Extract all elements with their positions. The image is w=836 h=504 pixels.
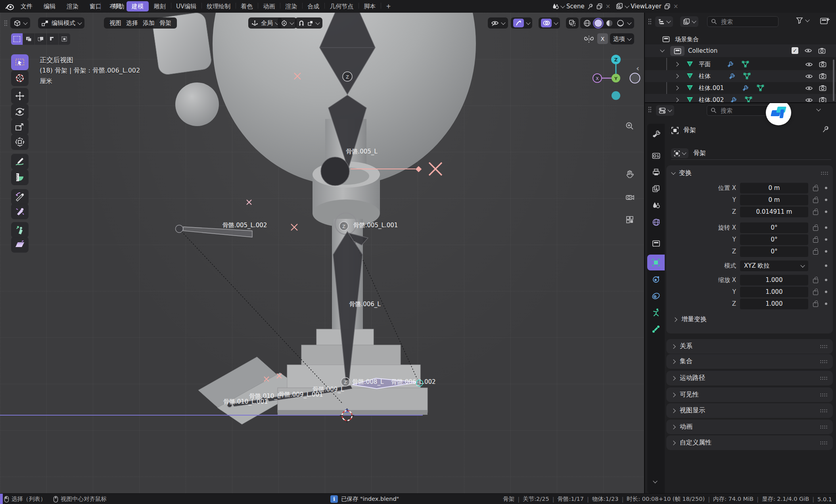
xray-toggle[interactable] xyxy=(566,17,579,29)
object-row-cylinder[interactable]: 柱体 xyxy=(645,70,836,82)
tab-view-layer[interactable] xyxy=(647,181,665,197)
lock-icon[interactable] xyxy=(813,211,818,215)
menu-file[interactable]: 文件 xyxy=(16,2,37,11)
pin-icon[interactable] xyxy=(587,3,594,10)
mode-dropdown[interactable]: 编辑模式 xyxy=(38,17,84,29)
tab-object-props[interactable] xyxy=(647,255,665,270)
tab-modeling[interactable]: 建模 xyxy=(127,1,149,11)
menu-select[interactable]: 选择 xyxy=(124,19,140,27)
gizmo-x-neg-axis[interactable] xyxy=(630,73,640,83)
cursor-tool[interactable] xyxy=(11,70,29,86)
tab-sculpting[interactable]: 雕刻 xyxy=(149,1,171,11)
tab-scripting[interactable]: 脚本 xyxy=(359,1,381,11)
animate-dot[interactable] xyxy=(825,199,827,201)
scene-selector[interactable]: Scene xyxy=(552,3,585,10)
tab-uv-editing[interactable]: UV编辑 xyxy=(171,1,201,11)
camera-render-icon[interactable] xyxy=(818,48,826,54)
lock-icon[interactable] xyxy=(813,303,818,307)
panel-grip[interactable] xyxy=(820,345,827,348)
animate-dot[interactable] xyxy=(825,226,827,229)
lock-icon[interactable] xyxy=(813,238,818,243)
select-set-button[interactable] xyxy=(11,33,23,45)
bone-ball-joint[interactable] xyxy=(321,157,349,186)
extrude-tool[interactable] xyxy=(11,222,29,238)
tab-geometry-nodes[interactable]: 几何节点 xyxy=(324,1,359,11)
animate-dot[interactable] xyxy=(825,211,827,213)
rendered-shading-icon[interactable] xyxy=(617,19,624,27)
panel-collections[interactable]: 集合 xyxy=(666,354,833,369)
panel-animation[interactable]: 动画 xyxy=(666,420,833,434)
tab-physics[interactable] xyxy=(647,288,665,304)
camera-render-icon[interactable] xyxy=(819,85,826,91)
pivot-point-dropdown[interactable] xyxy=(278,17,297,29)
scale-y-field[interactable]: 1.000 xyxy=(740,287,808,297)
lock-icon[interactable] xyxy=(813,279,818,283)
outliner-search[interactable] xyxy=(707,16,778,27)
scale-tool[interactable] xyxy=(11,119,29,135)
menu-render[interactable]: 渲染 xyxy=(62,2,83,11)
material-preview-shading-icon[interactable] xyxy=(606,19,613,27)
perspective-toggle-button[interactable] xyxy=(623,213,637,227)
collapse-chevron-icon[interactable] xyxy=(660,48,664,52)
rotation-mode-dropdown[interactable]: XYZ 欧拉 xyxy=(740,261,808,271)
tab-rendering[interactable]: 渲染 xyxy=(280,1,302,11)
panel-motion-paths[interactable]: 运动路径 xyxy=(666,371,833,385)
solid-shading-icon[interactable] xyxy=(594,19,602,27)
shear-tool[interactable] xyxy=(11,237,29,253)
expand-chevron-icon[interactable] xyxy=(674,62,679,66)
tab-render[interactable] xyxy=(647,148,665,163)
outliner-grip[interactable] xyxy=(648,18,652,25)
pin-icon[interactable] xyxy=(822,125,830,133)
camera-render-icon[interactable] xyxy=(819,61,826,67)
zoom-button[interactable] xyxy=(623,119,637,133)
expand-chevron-icon[interactable] xyxy=(674,98,679,102)
tab-scene[interactable] xyxy=(647,197,665,213)
magnet-icon[interactable] xyxy=(298,20,305,27)
show-gizmos-toggle[interactable] xyxy=(513,19,524,27)
animate-dot[interactable] xyxy=(825,238,827,241)
location-z-field[interactable]: 0.014911 m xyxy=(740,207,808,217)
bone-roll-tool[interactable] xyxy=(11,189,29,205)
select-invert-button[interactable] xyxy=(47,33,58,45)
panel-grip[interactable] xyxy=(821,171,828,175)
object-selector-dropdown[interactable] xyxy=(671,148,688,158)
bone-tail-ball[interactable] xyxy=(176,225,183,233)
chevron-down-icon[interactable] xyxy=(554,20,558,25)
sidebar-collapse-arrow[interactable]: ‹ xyxy=(636,63,639,73)
animate-dot[interactable] xyxy=(825,279,827,281)
rotation-y-field[interactable]: 0° xyxy=(740,234,808,245)
tab-layout[interactable]: 布局 xyxy=(104,1,127,11)
lock-icon[interactable] xyxy=(813,187,818,191)
tab-tool[interactable] xyxy=(647,126,665,142)
lock-icon[interactable] xyxy=(813,199,818,203)
unlink-scene-button[interactable]: × xyxy=(606,3,611,10)
remove-viewlayer-button[interactable]: × xyxy=(673,3,679,10)
panel-custom-properties[interactable]: 自定义属性 xyxy=(666,435,833,450)
panel-grip[interactable] xyxy=(820,409,827,412)
show-overlays-toggle[interactable] xyxy=(541,19,552,27)
panel-visibility[interactable]: 可见性 xyxy=(666,387,833,402)
camera-view-button[interactable] xyxy=(623,190,637,204)
outliner-display-mode-dropdown[interactable] xyxy=(655,16,673,27)
animate-dot[interactable] xyxy=(825,303,827,305)
lock-icon[interactable] xyxy=(813,226,818,231)
app-overlay-logo[interactable] xyxy=(766,103,791,125)
location-y-field[interactable]: 0 m xyxy=(740,195,808,205)
transform-panel-header[interactable]: 变换 xyxy=(666,165,833,179)
navigation-gizmo[interactable]: Z X Y xyxy=(593,55,640,100)
header-grip[interactable] xyxy=(4,20,8,26)
scale-x-field[interactable]: 1.000 xyxy=(740,275,808,286)
animate-dot[interactable] xyxy=(825,291,827,293)
properties-editor-type-dropdown[interactable] xyxy=(656,105,674,116)
breadcrumb-object-name[interactable]: 骨架 xyxy=(683,126,696,134)
rotation-x-field[interactable]: 0° xyxy=(740,222,808,233)
panel-grip[interactable] xyxy=(820,441,827,445)
tab-object-data[interactable] xyxy=(647,305,665,320)
panel-grip[interactable] xyxy=(820,360,827,363)
outliner-scrollbar[interactable] xyxy=(833,59,834,101)
camera-render-icon[interactable] xyxy=(819,97,826,103)
new-viewlayer-icon[interactable] xyxy=(664,3,671,10)
outliner-search-input[interactable] xyxy=(720,18,773,26)
collection-row[interactable]: Collection ✓ xyxy=(645,44,836,57)
eye-icon[interactable] xyxy=(805,61,813,67)
